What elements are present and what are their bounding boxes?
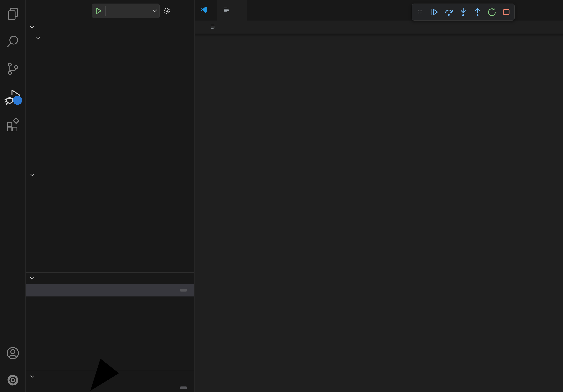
more-actions-icon[interactable] (176, 3, 186, 18)
breakpoint-checkbox[interactable] (39, 384, 46, 391)
vscode-logo-icon (201, 6, 208, 15)
launch-config-dropdown[interactable] (92, 3, 160, 18)
stop-button[interactable] (500, 5, 513, 19)
continue-button[interactable] (428, 5, 441, 19)
step-into-button[interactable] (457, 5, 470, 19)
debug-toolbar (412, 3, 515, 21)
vscode-window (0, 0, 563, 392)
breakpoint-list-item[interactable] (26, 382, 194, 392)
breakpoint-dot-icon (31, 385, 36, 390)
breakpoint-line-badge (180, 386, 187, 389)
restart-button[interactable] (486, 5, 498, 19)
call-stack-section-header[interactable] (26, 274, 194, 284)
run-and-debug-icon[interactable] (4, 88, 22, 105)
chevron-down-icon (30, 277, 34, 281)
step-over-button[interactable] (442, 5, 455, 19)
debug-settings-gear-icon[interactable] (162, 3, 172, 18)
chevron-down-icon (150, 9, 159, 13)
tab-welcome[interactable] (195, 0, 218, 21)
breakpoints-section-header[interactable] (26, 372, 194, 382)
section-divider (26, 272, 194, 273)
toolbar-drag-grip[interactable] (414, 5, 426, 19)
variables-section-header[interactable] (26, 23, 194, 33)
debug-badge (13, 96, 22, 105)
tab-owned-tests-move[interactable] (218, 0, 247, 21)
section-divider (26, 169, 194, 169)
chevron-down-icon (30, 173, 34, 177)
move-file-icon (223, 7, 229, 14)
run-play-icon[interactable] (92, 4, 105, 18)
variables-locals-scope[interactable] (26, 33, 194, 43)
debug-sidebar (26, 0, 194, 392)
explorer-icon[interactable] (4, 5, 22, 23)
breadcrumb (195, 21, 563, 34)
settings-gear-icon[interactable] (4, 371, 22, 389)
account-icon[interactable] (4, 344, 22, 362)
chevron-down-icon (30, 375, 34, 379)
call-stack-frame-row[interactable] (26, 284, 194, 297)
move-file-icon (210, 24, 216, 31)
search-icon[interactable] (4, 33, 22, 50)
code-editor[interactable] (195, 34, 563, 392)
source-control-icon[interactable] (4, 60, 22, 78)
sidebar-header (26, 0, 194, 22)
section-divider (26, 371, 194, 371)
editor-group (195, 0, 563, 392)
chevron-down-icon (30, 26, 34, 30)
step-out-button[interactable] (471, 5, 484, 19)
activity-bar (0, 0, 26, 392)
frame-line-badge (180, 289, 187, 291)
extensions-icon[interactable] (4, 115, 22, 133)
chevron-down-icon (36, 36, 40, 40)
scroll-shadow (195, 34, 563, 37)
watch-section-header[interactable] (26, 170, 194, 180)
